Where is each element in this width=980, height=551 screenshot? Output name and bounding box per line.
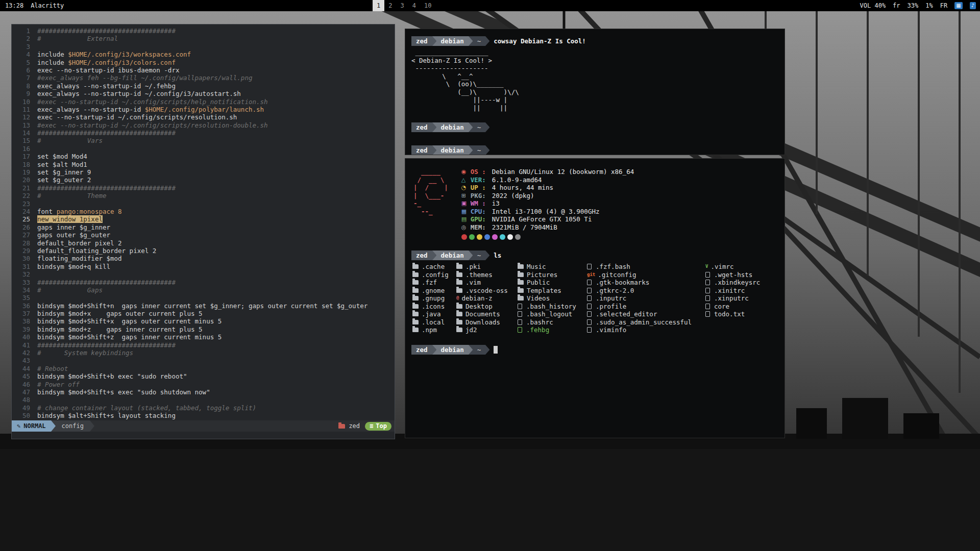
code-segment: #exec --no-startup-id ~/.config/scripts/… [37,121,268,129]
editor-line: 42# System keybindings [15,349,393,357]
line-text: # Power off [37,381,80,388]
line-text: font pango:monospace 8 [37,208,122,215]
file-icon [705,311,710,317]
cursor-line-highlight: new_window 1pixel [37,215,103,223]
workspace-button-1[interactable]: 1 [373,0,384,11]
file-item: V.vimrc [705,263,760,271]
editor-line: 12exec --no-startup-id ~/.config/scripts… [15,113,393,121]
vim-statusline: ✎ NORMAL config zed ≡ Top [12,420,395,432]
code-segment: #################################### [37,279,176,286]
file-item: Downloads [456,318,518,327]
line-number: 35 [15,294,30,302]
line-text: #################################### [37,341,176,349]
code-segment: exec_always --no-startup-id ~/.config/i3… [37,90,241,97]
terminal-window-top[interactable]: zeddebian~cowsay Debian-Z Is Cool! _____… [405,29,785,155]
file-icon [705,295,710,301]
code-segment: bindsym $mod+q kill [37,263,110,270]
file-icon [587,264,592,269]
editor-line: 26gaps inner $g_inner [15,223,393,231]
editor-line: 22# Theme [15,192,393,199]
file-icon [587,304,592,309]
folder-icon [456,312,462,316]
line-number: 47 [15,388,30,396]
code-segment: # Vars [37,137,103,144]
entry-name: jd2 [465,326,477,334]
folder-icon [518,280,524,285]
file-item: .bash_logout [518,310,587,318]
code-segment: floating_modifier $mod [37,255,122,262]
info-icon: △ [461,176,471,184]
folder-icon [518,264,524,269]
line-number: 41 [15,341,30,349]
code-segment: $HOME/.config/polybar/launch.sh [145,106,264,113]
code-segment: set $g_inner 9 [37,168,91,176]
line-number: 34 [15,286,30,294]
ls-output: .cache.config.fzf.gnome.gnupg.icons.java… [412,263,778,334]
editor-line: 38bindsym $mod+Shift+x gaps outer curren… [15,317,393,325]
entry-name: .themes [465,271,493,279]
line-number: 48 [15,396,30,404]
workspace-button-2[interactable]: 2 [384,0,396,11]
entry-name: .bash_logout [526,310,572,318]
prompt-path: ~ [473,145,486,155]
workspace-switcher[interactable]: 123410 [373,0,435,11]
entry-name: Downloads [465,318,500,327]
prompt-user: zed [411,122,432,132]
vim-position: ≡ Top [365,422,391,431]
folder-icon [412,264,419,269]
line-text: set $g_inner 9 [37,168,91,176]
speaker-icon[interactable]: ♪ [970,2,976,9]
editor-line: 7#exec_always feh --bg-fill ~/.config/wa… [15,74,393,82]
editor-line: 2# External [15,35,393,42]
workspace-button-3[interactable]: 3 [396,0,408,11]
line-number: 29 [15,247,30,255]
info-label: VER: [471,176,492,184]
volume-module[interactable]: VOL 40% [860,2,886,9]
entry-name: .fehbg [526,326,549,334]
code-segment: # Gaps [37,286,103,294]
editor-line: 45bindsym $mod+Shift+b exec "sudo reboot… [15,372,393,380]
file-item: .wget-hsts [705,271,760,279]
line-text: bindsym $mod+Shift+z gaps inner current … [37,333,222,341]
code-segment: font [37,208,57,215]
layout-indicator: FR [940,2,947,9]
powerline-separator [432,251,436,260]
code-segment: #################################### [37,341,176,349]
powerline-separator [485,145,489,155]
terminal-window-bottom[interactable]: _____ / __ \ | / | | \___- -_ --_◉OS :De… [405,158,785,438]
workspace-button-4[interactable]: 4 [408,0,420,11]
prompt-user: zed [411,145,432,155]
line-text: #exec --no-startup-id ~/.config/scripts/… [37,121,268,129]
file-icon [705,280,710,285]
file-icon [587,327,592,333]
keyboard-layout-module[interactable]: fr [893,2,900,9]
entry-name: .selected_editor [596,310,657,318]
folder-icon [412,312,419,316]
fastfetch-info-row: ◔UP :4 hours, 44 mins [461,184,634,192]
editor-line: 29default_floating_border pixel 2 [15,247,393,255]
code-segment: # External [37,35,118,42]
line-number: 49 [15,404,30,412]
keyboard-icon[interactable]: ▦ [954,2,962,9]
ls-column: V.vimrc.wget-hsts.xbindkeysrc.xinitrc.xi… [705,263,760,334]
line-text: # Gaps [37,286,103,294]
vim-mode-label: NORMAL [23,422,45,430]
line-number: 11 [15,106,30,113]
editor-window[interactable]: 1####################################2# … [11,24,395,439]
shell-prompt: zeddebian~cowsay Debian-Z Is Cool! [411,36,778,46]
code-segment: bindsym $alt+Shift+s layout stacking [37,412,176,419]
line-number: 22 [15,192,30,199]
code-segment: pango:monospace 8 [57,208,122,215]
code-segment: bindsym $mod+z gaps inner current plus 5 [37,325,203,333]
line-text: # change container layout (stacked, tabb… [37,404,256,412]
info-value: 4 hours, 44 mins [492,184,553,192]
line-text: set $g_outer 2 [37,176,91,184]
workspace-button-10[interactable]: 10 [420,0,435,11]
file-item: .inputrc [587,294,705,303]
terminal-scrollback: _____ / __ \ | / | | \___- -_ --_◉OS :De… [411,168,778,355]
editor-line: 14#################################### [15,129,393,137]
editor-buffer[interactable]: 1####################################2# … [12,24,395,420]
code-segment: # Theme [37,192,106,199]
bar-left-modules: 13:28 Alacritty [0,2,64,9]
editor-line: 48 [15,396,393,404]
